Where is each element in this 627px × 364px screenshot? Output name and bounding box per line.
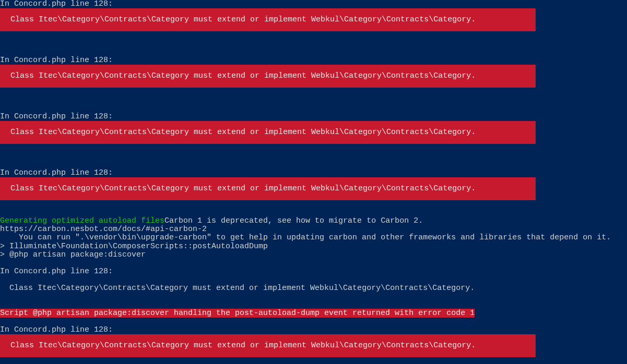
blank-line: [0, 40, 627, 48]
error-header: In Concord.php line 128:: [0, 113, 627, 121]
error-message: Class Itec\Category\Contracts\Category m…: [0, 8, 536, 31]
carbon-hint: You can run ".\vendor\bin\upgrade-carbon…: [0, 234, 627, 242]
error-box: Class Itec\Category\Contracts\Category m…: [0, 8, 627, 31]
artisan-discover: > @php artisan package:discover: [0, 251, 627, 259]
autoload-line: Generating optimized autoload filesCarbo…: [0, 217, 627, 225]
blank-line: [0, 31, 627, 40]
script-error-line: Script @php artisan package:discover han…: [0, 309, 627, 318]
generating-text: Generating optimized autoload files: [0, 216, 164, 225]
blank-line: [0, 152, 627, 161]
error-box: Class Itec\Category\Contracts\Category m…: [0, 65, 627, 88]
discover-error-message: Class Itec\Category\Contracts\Category m…: [0, 284, 627, 293]
error-header: In Concord.php line 128:: [0, 0, 627, 8]
blank-line: [0, 144, 627, 152]
discover-error-header: In Concord.php line 128:: [0, 268, 627, 276]
blank-line: [0, 209, 627, 217]
blank-line: [0, 301, 627, 309]
blank-line: [0, 48, 627, 56]
final-error-box: Class Itec\Category\Contracts\Category m…: [0, 334, 627, 357]
blank-line: [0, 200, 627, 209]
error-box: Class Itec\Category\Contracts\Category m…: [0, 177, 627, 200]
blank-line: [0, 318, 627, 326]
carbon-deprecated: Carbon 1 is deprecated, see how to migra…: [164, 216, 423, 225]
error-message: Class Itec\Category\Contracts\Category m…: [0, 177, 536, 200]
error-header: In Concord.php line 128:: [0, 169, 627, 177]
composer-script: > Illuminate\Foundation\ComposerScripts:…: [0, 242, 627, 251]
blank-line: [0, 259, 627, 268]
blank-line: [0, 104, 627, 113]
terminal-output[interactable]: In Concord.php line 128:Class Itec\Categ…: [0, 0, 627, 364]
blank-line: [0, 293, 627, 301]
error-message: Class Itec\Category\Contracts\Category m…: [0, 65, 536, 88]
blank-line: [0, 88, 627, 96]
error-box: Class Itec\Category\Contracts\Category m…: [0, 121, 627, 144]
blank-line: [0, 161, 627, 169]
blank-line: [0, 276, 627, 284]
blank-line: [0, 357, 627, 364]
final-error-message: Class Itec\Category\Contracts\Category m…: [0, 334, 536, 357]
script-error: Script @php artisan package:discover han…: [0, 309, 475, 318]
error-header: In Concord.php line 128:: [0, 56, 627, 65]
error-message: Class Itec\Category\Contracts\Category m…: [0, 121, 536, 144]
final-error-header: In Concord.php line 128:: [0, 326, 627, 334]
blank-line: [0, 96, 627, 104]
carbon-url: https://carbon.nesbot.com/docs/#api-carb…: [0, 225, 627, 234]
